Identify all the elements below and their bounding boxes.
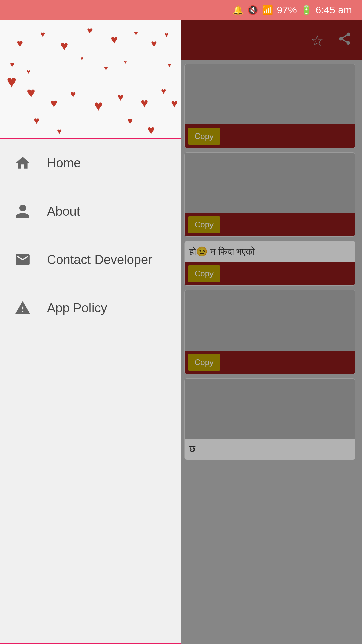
svg-text:♥: ♥ [7,72,17,91]
svg-text:♥: ♥ [50,96,57,110]
about-label: About [47,204,80,219]
svg-text:♥: ♥ [17,37,23,49]
svg-text:♥: ♥ [10,60,14,69]
svg-text:♥: ♥ [124,59,127,65]
home-label: Home [47,156,81,170]
mute-icon: 🔇 [247,5,258,15]
menu-item-about[interactable]: About [0,187,181,235]
svg-text:♥: ♥ [87,25,93,36]
svg-text:♥: ♥ [57,127,62,136]
svg-text:♥: ♥ [27,85,35,100]
battery-icon: 🔋 [301,5,312,15]
menu-item-policy[interactable]: App Policy [0,284,181,332]
mail-icon [13,250,32,269]
signal-icon: 📶 [262,5,273,15]
svg-text:♥: ♥ [60,38,68,53]
svg-text:♥: ♥ [134,29,138,37]
battery-percent: 97% [277,4,297,16]
menu-item-contact[interactable]: Contact Developer [0,235,181,284]
svg-text:♥: ♥ [27,68,31,75]
home-icon [13,154,32,172]
status-bar-right: 🔔 🔇 📶 97% 🔋 6:45 am [233,4,352,16]
svg-text:♥: ♥ [80,56,84,61]
svg-text:♥: ♥ [104,64,108,72]
person-icon [13,202,32,221]
svg-text:♥: ♥ [111,33,118,46]
policy-label: App Policy [47,301,107,315]
svg-text:♥: ♥ [40,30,45,39]
drawer-header: ♥ ♥ ♥ ♥ ♥ ♥ ♥ ♥ ♥ ♥ ♥ ♥ ♥ ♥ ♥ ♥ ♥ ♥ ♥ ♥ … [0,20,181,138]
svg-text:♥: ♥ [117,91,124,103]
status-bar: 🔔 🔇 📶 97% 🔋 6:45 am [0,0,362,20]
backdrop-overlay[interactable] [181,20,362,644]
bottom-divider [0,643,181,644]
svg-text:♥: ♥ [94,97,103,114]
svg-text:♥: ♥ [34,115,40,126]
svg-text:♥: ♥ [127,116,133,126]
warning-icon [13,299,32,317]
drawer-menu: Home About Contact Developer [0,139,181,644]
svg-text:♥: ♥ [164,30,169,39]
svg-text:♥: ♥ [70,89,76,99]
svg-text:♥: ♥ [161,86,166,96]
alert-icon: 🔔 [233,5,243,15]
svg-text:♥: ♥ [151,38,157,49]
contact-label: Contact Developer [47,253,153,267]
svg-text:♥: ♥ [171,97,178,110]
menu-item-home[interactable]: Home [0,139,181,187]
svg-text:♥: ♥ [141,96,148,110]
svg-text:♥: ♥ [147,123,155,137]
svg-text:♥: ♥ [168,62,171,68]
clock: 6:45 am [316,4,352,16]
navigation-drawer: ♥ ♥ ♥ ♥ ♥ ♥ ♥ ♥ ♥ ♥ ♥ ♥ ♥ ♥ ♥ ♥ ♥ ♥ ♥ ♥ … [0,20,181,644]
